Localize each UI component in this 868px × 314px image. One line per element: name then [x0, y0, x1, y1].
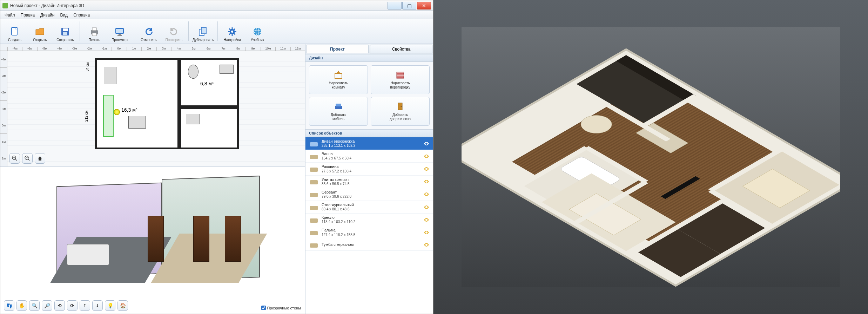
add-door-window-button[interactable]: Добавитьдвери и окна — [371, 97, 430, 126]
furniture-shape[interactable] — [186, 114, 200, 124]
room-3[interactable] — [179, 107, 239, 149]
ruler-tick: 4м — [171, 47, 186, 51]
tab-properties[interactable]: Свойства — [370, 45, 432, 53]
pan-button[interactable]: ✋ — [16, 300, 27, 311]
zoom-out-button[interactable]: 🔎 — [42, 300, 52, 311]
object-list-item[interactable]: Кресло118.4 x 103.2 x 110.2 — [305, 214, 433, 226]
toolbar-настройки-button[interactable]: Настройки — [220, 21, 244, 42]
svg-rect-11 — [117, 35, 122, 36]
object-list-item[interactable]: Пальма127.4 x 116.2 x 158.5 — [305, 226, 433, 239]
toolbar-создать-button[interactable]: Создать — [2, 21, 27, 42]
object-list[interactable]: Диван еврокнижка235.1 x 113.1 x 102.2 Ва… — [305, 137, 433, 314]
visibility-toggle-icon[interactable] — [423, 140, 430, 147]
object-list-item[interactable]: Диван еврокнижка235.1 x 113.1 x 102.2 — [305, 137, 433, 150]
toolbar-дублировать-button[interactable]: Дублировать — [191, 21, 215, 42]
draw-partition-button[interactable]: Нарисоватьперегородку — [371, 65, 430, 94]
floorplan-canvas[interactable]: -4м-3м-2м-1м0м1м2м 16,3 м³ 6,8 м³ — [0, 51, 305, 167]
add-furniture-button[interactable]: Добавитьмебель — [309, 97, 368, 126]
menu-правка[interactable]: Правка — [18, 12, 38, 19]
dimension-label: 212 см — [85, 111, 88, 122]
zoom-out-button[interactable] — [22, 153, 33, 164]
walkthrough-button[interactable]: 👣 — [4, 300, 14, 311]
selected-furniture-outline[interactable] — [103, 95, 114, 137]
object-thumbnail-icon — [309, 140, 319, 148]
object-list-item[interactable]: Стол журнальный80.4 x 80.1 x 48.6 — [305, 201, 433, 214]
toolbar-открыть-button[interactable]: Открыть — [28, 21, 52, 42]
visibility-toggle-icon[interactable] — [423, 229, 430, 236]
svg-rect-13 — [201, 27, 206, 34]
duplicate-icon — [197, 26, 209, 37]
svg-rect-10 — [119, 34, 121, 35]
selection-handle[interactable] — [114, 109, 120, 115]
lighting-button[interactable]: 💡 — [105, 300, 115, 311]
add-furniture-icon — [334, 102, 343, 111]
transparent-walls-label: Прозрачные стены — [267, 306, 301, 310]
transparent-walls-checkbox[interactable]: Прозрачные стены — [261, 306, 301, 310]
printer-icon — [89, 26, 100, 37]
visibility-toggle-icon[interactable] — [423, 166, 430, 172]
tilt-down-button[interactable]: ⤓ — [92, 300, 103, 311]
draw-room-icon — [334, 70, 343, 80]
minimize-button[interactable]: – — [388, 2, 402, 9]
svg-rect-9 — [116, 29, 123, 33]
home-view-button[interactable] — [35, 153, 45, 164]
menu-справка[interactable]: Справка — [70, 12, 93, 19]
draw-room-button[interactable]: Нарисоватькомнату — [309, 65, 368, 94]
ruler-tick: 9м — [245, 47, 260, 51]
rotate-left-button[interactable]: ⟲ — [54, 300, 65, 311]
new-file-icon — [9, 26, 20, 37]
furniture-shape[interactable] — [128, 116, 146, 129]
toolbar-просмотр-button[interactable]: Просмотр — [107, 21, 132, 42]
object-list-item[interactable]: Ванна154.2 x 67.5 x 50.4 — [305, 150, 433, 163]
maximize-button[interactable]: ▢ — [402, 2, 416, 9]
object-list-item[interactable]: Сервант79.0 x 39.6 x 222.0 — [305, 188, 433, 201]
apartment-3d-render — [462, 27, 840, 287]
preview-3d-canvas[interactable]: 👣 ✋ 🔍 🔎 ⟲ ⟳ ⤒ ⤓ 💡 🏠 Прозрачные стены — [0, 167, 305, 314]
ruler-tick: 0м — [0, 117, 7, 133]
dimension-label: 84 см — [86, 63, 89, 72]
visibility-toggle-icon[interactable] — [423, 178, 430, 185]
visibility-toggle-icon[interactable] — [423, 217, 430, 223]
visibility-toggle-icon[interactable] — [423, 242, 430, 248]
toolbar-сохранить-button[interactable]: Сохранить — [53, 21, 78, 42]
home-view-button[interactable]: 🏠 — [117, 300, 128, 311]
toolbar-учебник-button[interactable]: Учебник — [245, 21, 270, 42]
object-list-item[interactable]: Раковина77.3 x 57.2 x 108.4 — [305, 163, 433, 175]
object-list-item[interactable]: Унитаз компакт35.6 x 56.5 x 74.5 — [305, 176, 433, 188]
gear-icon — [227, 26, 238, 37]
object-list-item[interactable]: Тумба с зеркалом — [305, 239, 433, 251]
ruler-tick: -7м — [7, 47, 22, 51]
rotate-right-button[interactable]: ⟳ — [67, 300, 78, 311]
svg-rect-51 — [310, 231, 318, 235]
iso-sofa — [67, 244, 109, 265]
tab-project[interactable]: Проект — [306, 45, 369, 53]
furniture-shape[interactable] — [188, 65, 199, 79]
room-1[interactable]: 16,3 м³ — [95, 58, 179, 149]
panel-tabs: Проект Свойства — [305, 44, 433, 54]
visibility-toggle-icon[interactable] — [423, 204, 430, 210]
visibility-toggle-icon[interactable] — [423, 191, 430, 197]
toolbar-повторить-button: Повторить — [162, 21, 186, 42]
room-2[interactable]: 6,8 м³ — [179, 58, 239, 107]
furniture-shape[interactable] — [220, 65, 234, 74]
menu-файл[interactable]: Файл — [2, 12, 18, 19]
ruler-tick: 0м — [112, 47, 126, 51]
ruler-tick: -1м — [0, 100, 7, 117]
transparent-walls-input[interactable] — [261, 306, 266, 310]
menu-вид[interactable]: Вид — [57, 12, 70, 19]
ruler-tick: -5м — [37, 47, 52, 51]
zoom-in-button[interactable] — [9, 153, 20, 164]
toolbar-отменить-button[interactable]: Отменить — [136, 21, 161, 42]
ruler-tick: -3м — [67, 47, 82, 51]
svg-rect-4 — [63, 32, 67, 35]
visibility-toggle-icon[interactable] — [423, 153, 430, 159]
toolbar-печать-button[interactable]: Печать — [82, 21, 107, 42]
tilt-up-button[interactable]: ⤒ — [80, 300, 90, 311]
close-button[interactable]: ✕ — [417, 2, 431, 9]
zoom-in-button[interactable]: 🔍 — [29, 300, 40, 311]
object-thumbnail-icon — [309, 216, 319, 224]
ruler-tick: -1м — [97, 47, 112, 51]
window-title: Новый проект - Дизайн Интерьера 3D — [10, 3, 388, 8]
menu-дизайн[interactable]: Дизайн — [38, 12, 57, 19]
furniture-shape[interactable] — [104, 67, 116, 84]
